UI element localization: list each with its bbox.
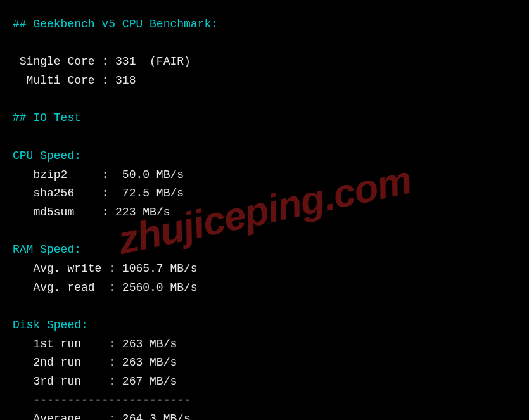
single-core-label: Single Core :: [13, 55, 115, 68]
ram-read-label: Avg. read :: [13, 281, 122, 294]
disk-speed-header: Disk Speed:: [13, 319, 88, 331]
terminal-output: ## Geekbench v5 CPU Benchmark: Single Co…: [13, 15, 516, 420]
sha256-value: 72.5 MB/s: [122, 187, 184, 200]
disk-run3-label: 3rd run :: [13, 375, 122, 388]
sha256-label: sha256 :: [13, 187, 122, 200]
cpu-speed-header: CPU Speed:: [13, 150, 81, 162]
disk-run1-label: 1st run :: [13, 338, 122, 350]
ram-read-value: 2560.0 MB/s: [122, 281, 198, 294]
disk-avg-value: 264.3 MB/s: [122, 412, 191, 420]
ram-write-label: Avg. write :: [13, 262, 122, 275]
disk-run2-value: 263 MB/s: [122, 356, 177, 369]
md5sum-value: 223 MB/s: [115, 206, 170, 219]
disk-avg-label: Average :: [13, 412, 122, 420]
disk-divider: -----------------------: [13, 394, 191, 407]
geekbench-header: ## Geekbench v5 CPU Benchmark:: [13, 18, 218, 30]
disk-run1-value: 263 MB/s: [122, 338, 177, 350]
bzip2-label: bzip2 :: [13, 169, 122, 181]
multi-core-label: Multi Core :: [13, 74, 115, 87]
multi-core-value: 318: [115, 74, 136, 87]
md5sum-label: md5sum :: [13, 206, 115, 219]
ram-speed-header: RAM Speed:: [13, 243, 81, 256]
ram-write-value: 1065.7 MB/s: [122, 262, 198, 275]
iotest-header: ## IO Test: [13, 111, 81, 124]
single-core-value: 331 (FAIR): [115, 55, 191, 68]
disk-run3-value: 267 MB/s: [122, 375, 177, 388]
bzip2-value: 50.0 MB/s: [122, 169, 184, 181]
disk-run2-label: 2nd run :: [13, 356, 122, 369]
